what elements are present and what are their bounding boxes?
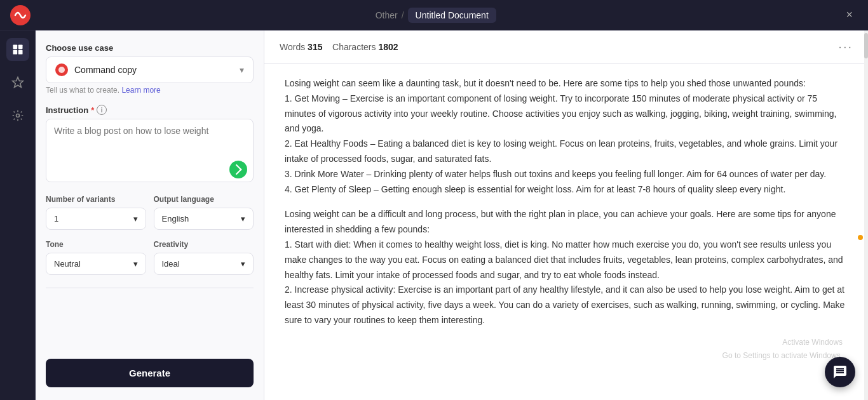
characters-label: Characters xyxy=(332,42,376,52)
variants-language-row: Number of variants 1 ▾ Output language E… xyxy=(46,195,254,230)
chat-button[interactable] xyxy=(825,357,855,387)
dot-indicator-1 xyxy=(858,235,863,240)
document-title: Untitled Document xyxy=(408,8,496,23)
content-paragraph-2: Losing weight can be a difficult and lon… xyxy=(285,207,848,328)
icon-sidebar xyxy=(0,30,36,400)
topbar-left xyxy=(10,5,31,25)
svg-marker-5 xyxy=(12,77,23,88)
svg-rect-4 xyxy=(18,50,22,55)
instruction-label-row: Instruction * i xyxy=(46,105,254,115)
generate-button[interactable]: Generate xyxy=(46,359,254,387)
creativity-label: Creativity xyxy=(154,240,254,249)
content-paragraph-1: Losing weight can seem like a daunting t… xyxy=(285,76,848,197)
submit-button[interactable] xyxy=(229,161,247,178)
variants-chevron-icon: ▾ xyxy=(133,214,138,223)
svg-rect-2 xyxy=(18,45,22,50)
use-case-value: Command copy xyxy=(74,65,233,75)
instruction-label-text: Instruction xyxy=(46,105,88,115)
chevron-down-icon: ▾ xyxy=(240,65,244,75)
topbar-center: Other / Untitled Document xyxy=(376,8,496,23)
characters-count: 1802 xyxy=(378,42,398,52)
svg-point-6 xyxy=(16,114,19,117)
watermark: Activate WindowsGo to Settings to activa… xyxy=(722,336,843,362)
textarea-wrapper xyxy=(46,119,254,185)
close-button[interactable]: × xyxy=(841,6,858,24)
divider xyxy=(46,288,254,288)
helper-text: Tell us what to create. Learn more xyxy=(46,86,254,95)
main-layout: Choose use case Command copy ▾ Tell us w… xyxy=(0,30,868,400)
language-label: Output language xyxy=(154,195,254,204)
tone-select[interactable]: Neutral ▾ xyxy=(46,253,146,275)
language-value: English xyxy=(162,214,189,223)
content-area[interactable]: Losing weight can seem like a daunting t… xyxy=(264,63,868,400)
language-group: Output language English ▾ xyxy=(154,195,254,230)
svg-rect-1 xyxy=(13,45,17,50)
tone-label: Tone xyxy=(46,240,146,249)
creativity-value: Ideal xyxy=(162,259,180,269)
topbar-right: × xyxy=(841,6,858,24)
breadcrumb-separator: / xyxy=(402,10,404,20)
word-character-count: Words 315 Characters 1802 xyxy=(280,42,838,52)
sidebar-icon-layout[interactable] xyxy=(6,38,29,61)
sidebar-icon-magic[interactable] xyxy=(6,104,29,127)
svg-point-7 xyxy=(58,67,65,73)
words-label: Words xyxy=(280,42,305,52)
use-case-label: Choose use case xyxy=(46,43,254,53)
variants-value: 1 xyxy=(54,214,58,223)
more-options-button[interactable]: ··· xyxy=(838,39,853,54)
content-header: Words 315 Characters 1802 ··· xyxy=(264,30,868,63)
creativity-chevron-icon: ▾ xyxy=(241,259,245,269)
breadcrumb-other: Other xyxy=(376,10,398,20)
learn-more-link[interactable]: Learn more xyxy=(121,86,160,95)
info-icon: i xyxy=(97,105,107,115)
language-select[interactable]: English ▾ xyxy=(154,208,254,230)
variants-select[interactable]: 1 ▾ xyxy=(46,208,146,230)
variants-label: Number of variants xyxy=(46,195,146,204)
left-panel: Choose use case Command copy ▾ Tell us w… xyxy=(36,30,264,400)
language-chevron-icon: ▾ xyxy=(241,214,245,223)
use-case-icon xyxy=(55,63,68,76)
scrollbar-thumb[interactable] xyxy=(864,33,868,58)
right-panel: Words 315 Characters 1802 ··· Losing wei… xyxy=(264,30,868,400)
creativity-select[interactable]: Ideal ▾ xyxy=(154,253,254,275)
use-case-section: Choose use case Command copy ▾ Tell us w… xyxy=(46,43,254,95)
topbar: Other / Untitled Document × xyxy=(0,0,868,30)
sidebar-icon-ai[interactable] xyxy=(6,71,29,94)
tone-creativity-row: Tone Neutral ▾ Creativity Ideal ▾ xyxy=(46,240,254,275)
tone-group: Tone Neutral ▾ xyxy=(46,240,146,275)
scrollbar-track xyxy=(864,30,868,400)
instruction-required: * xyxy=(91,105,94,115)
instruction-section: Instruction * i xyxy=(46,105,254,185)
app-logo xyxy=(10,5,31,25)
instruction-textarea[interactable] xyxy=(46,119,254,182)
tone-chevron-icon: ▾ xyxy=(133,259,138,269)
creativity-group: Creativity Ideal ▾ xyxy=(154,240,254,275)
svg-rect-3 xyxy=(13,50,17,55)
variants-group: Number of variants 1 ▾ xyxy=(46,195,146,230)
words-count: 315 xyxy=(308,42,322,52)
tone-value: Neutral xyxy=(54,259,81,269)
use-case-dropdown[interactable]: Command copy ▾ xyxy=(46,57,254,83)
